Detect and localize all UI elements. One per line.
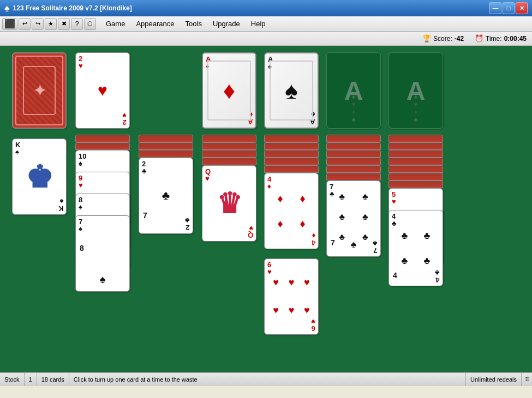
toolbar-new[interactable]: ⬛ <box>2 18 17 30</box>
maximize-button[interactable]: □ <box>503 2 515 14</box>
menu-upgrade[interactable]: Upgrade <box>207 17 246 30</box>
menu-tools[interactable]: Tools <box>180 17 207 30</box>
stock-pile[interactable]: ✦ <box>12 52 67 129</box>
toolbar-btn7[interactable]: ⬡ <box>84 18 96 30</box>
foundation-1[interactable]: A♦ A♦ ♦ <box>202 52 256 129</box>
window-title: 123 Free Solitaire 2009 v7.2 [Klondike] <box>13 4 132 12</box>
score-label: Score: <box>433 35 452 43</box>
waste-pile[interactable]: 2♥ 2♥ ♥ <box>75 52 130 129</box>
time-value: 0:00:45 <box>504 35 527 43</box>
foundation-3[interactable]: A ♠ ♥ ♦ ♣ <box>326 52 381 129</box>
status-redeals: Unlimited redeals <box>466 373 521 386</box>
menubar: ⬛ ↩ ↪ ★ ✖ ? ⬡ Game Appearance Tools Upgr… <box>0 16 532 32</box>
scorebar: 🏆 Score: -42 ⏰ Time: 0:00:45 <box>0 32 532 46</box>
menu-appearance[interactable]: Appearance <box>130 17 180 30</box>
tableau-1[interactable]: K♠ K♠ ♚ <box>12 138 67 215</box>
close-button[interactable]: ✕ <box>516 2 528 14</box>
status-resize[interactable]: ⠿ <box>521 373 532 386</box>
time-display: ⏰ Time: 0:00:45 <box>475 34 527 43</box>
app-icon: ♠ <box>4 3 10 14</box>
status-hint: Click to turn up one card at a time to t… <box>69 373 466 386</box>
toolbar-btn3[interactable]: ↪ <box>32 18 44 30</box>
toolbar-btn4[interactable]: ★ <box>45 18 57 30</box>
titlebar-left: ♠ 123 Free Solitaire 2009 v7.2 [Klondike… <box>4 3 132 14</box>
card-6hearts[interactable]: 6♥ 6♥ ♥♥♥ ♥♥♥ <box>264 258 319 335</box>
time-label: Time: <box>486 35 502 43</box>
score-value: -42 <box>455 35 464 43</box>
foundation-2[interactable]: A♠ A♠ ♠ <box>264 52 319 129</box>
titlebar-controls: — □ ✕ <box>489 2 528 14</box>
toolbar-help[interactable]: ? <box>71 18 83 30</box>
status-stock-count: 1 <box>25 373 37 386</box>
status-cards-count: 18 cards <box>37 373 69 386</box>
status-stock-label: Stock <box>0 373 25 386</box>
toolbar-btn5[interactable]: ✖ <box>58 18 70 30</box>
score-display: 🏆 Score: -42 <box>422 34 464 43</box>
titlebar: ♠ 123 Free Solitaire 2009 v7.2 [Klondike… <box>0 0 532 16</box>
game-area[interactable]: ✦ 2♥ 2♥ ♥ A♦ A♦ ♦ A♠ A♠ ♠ A <box>0 46 532 372</box>
menu-game[interactable]: Game <box>100 17 130 30</box>
statusbar: Stock 1 18 cards Click to turn up one ca… <box>0 372 532 386</box>
foundation-4[interactable]: A ♠ ♥ ♦ ♣ <box>388 52 443 129</box>
minimize-button[interactable]: — <box>489 2 501 14</box>
menu-help[interactable]: Help <box>246 17 271 30</box>
toolbar-btn2[interactable]: ↩ <box>19 18 31 30</box>
